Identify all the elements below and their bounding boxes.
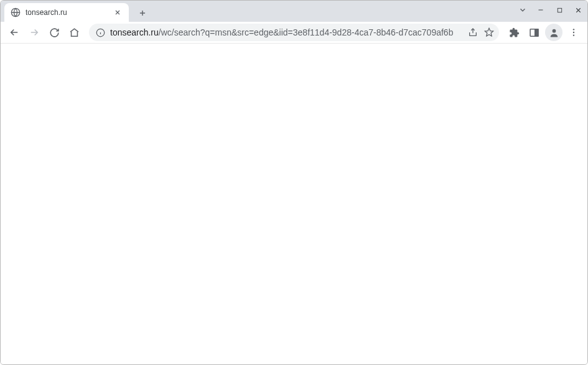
globe-icon xyxy=(11,7,21,17)
url-text: tonsearch.ru/wc/search?q=msn&src=edge&ii… xyxy=(110,27,468,37)
svg-rect-1 xyxy=(558,8,561,12)
url-path: /wc/search?q=msn&src=edge&iid=3e8f11d4-9… xyxy=(159,27,454,37)
close-window-button[interactable] xyxy=(569,1,587,19)
browser-titlebar: tonsearch.ru xyxy=(1,1,587,22)
reload-button[interactable] xyxy=(45,24,63,41)
maximize-window-button[interactable] xyxy=(550,1,569,19)
share-icon[interactable] xyxy=(468,27,478,37)
close-tab-button[interactable] xyxy=(113,7,123,17)
page-content xyxy=(1,44,587,364)
profile-button[interactable] xyxy=(545,24,562,41)
svg-point-7 xyxy=(573,32,574,33)
window-controls xyxy=(514,1,587,19)
minimize-window-button[interactable] xyxy=(531,1,550,19)
extensions-button[interactable] xyxy=(505,24,523,41)
home-button[interactable] xyxy=(65,24,83,41)
menu-button[interactable] xyxy=(565,24,582,41)
tab-title: tonsearch.ru xyxy=(26,8,113,17)
new-tab-button[interactable] xyxy=(134,4,151,22)
omnibox-actions xyxy=(468,27,494,37)
browser-tab[interactable]: tonsearch.ru xyxy=(4,3,129,22)
forward-button[interactable] xyxy=(26,24,43,41)
site-info-icon[interactable] xyxy=(95,27,105,37)
url-domain: tonsearch.ru xyxy=(110,27,159,37)
back-button[interactable] xyxy=(6,24,23,41)
side-panel-button[interactable] xyxy=(525,24,543,41)
tabs-dropdown-button[interactable] xyxy=(514,1,531,19)
toolbar-right xyxy=(505,24,582,41)
svg-rect-4 xyxy=(534,29,538,36)
svg-point-5 xyxy=(552,29,556,32)
address-bar[interactable]: tonsearch.ru/wc/search?q=msn&src=edge&ii… xyxy=(89,24,499,41)
svg-point-8 xyxy=(573,34,574,36)
svg-point-6 xyxy=(573,29,574,30)
browser-toolbar: tonsearch.ru/wc/search?q=msn&src=edge&ii… xyxy=(1,22,587,44)
bookmark-icon[interactable] xyxy=(484,27,494,37)
